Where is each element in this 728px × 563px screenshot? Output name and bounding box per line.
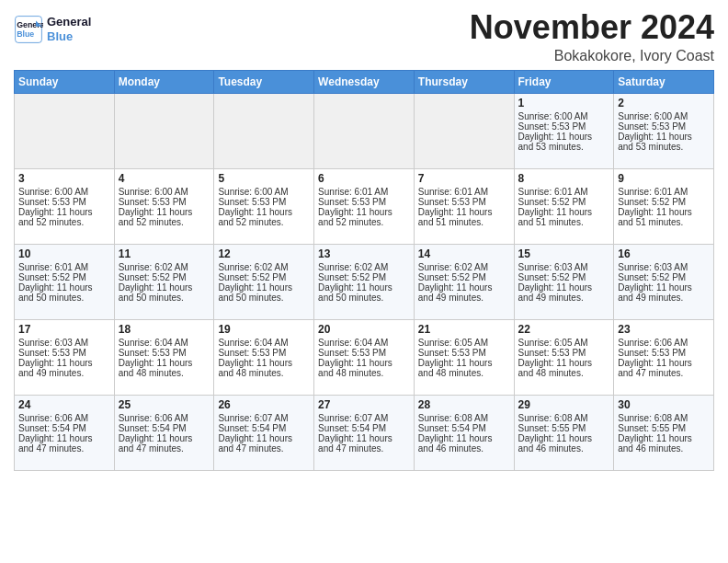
cell-info-line: Sunrise: 6:00 AM	[119, 187, 210, 197]
calendar-cell: 21Sunrise: 6:05 AMSunset: 5:53 PMDayligh…	[414, 319, 514, 395]
day-number: 11	[119, 247, 210, 260]
logo-icon: General Blue	[14, 15, 43, 44]
calendar-cell: 28Sunrise: 6:08 AMSunset: 5:54 PMDayligh…	[414, 395, 514, 470]
cell-info-line: Sunset: 5:54 PM	[418, 423, 510, 433]
cell-info-line: Sunrise: 6:01 AM	[318, 187, 410, 197]
day-number: 23	[618, 323, 710, 336]
header: General Blue General Blue November 2024 …	[14, 9, 714, 64]
cell-info-line: Sunrise: 6:01 AM	[618, 187, 710, 197]
cell-info-line: Sunset: 5:54 PM	[218, 423, 310, 433]
cell-info-line: Sunset: 5:53 PM	[318, 348, 410, 358]
cell-info-line: Sunrise: 6:08 AM	[518, 413, 610, 423]
day-number: 2	[618, 97, 710, 109]
cell-info-line: Daylight: 11 hours	[618, 433, 710, 443]
cell-info-line: Daylight: 11 hours	[318, 207, 410, 217]
cell-info-line: Sunrise: 6:08 AM	[418, 413, 510, 423]
cell-info-line: and 47 minutes.	[18, 443, 110, 454]
cell-info-line: and 52 minutes.	[318, 217, 410, 227]
cell-info-line: Daylight: 11 hours	[218, 433, 310, 443]
day-number: 28	[418, 398, 510, 411]
cell-info-line: and 48 minutes.	[218, 368, 310, 378]
weekday-header-friday: Friday	[514, 70, 614, 93]
cell-info-line: Daylight: 11 hours	[318, 358, 410, 368]
calendar-cell: 26Sunrise: 6:07 AMSunset: 5:54 PMDayligh…	[214, 395, 314, 470]
cell-info-line: Daylight: 11 hours	[518, 132, 610, 142]
cell-info-line: Sunrise: 6:05 AM	[518, 338, 610, 348]
cell-info-line: Sunrise: 6:04 AM	[119, 338, 210, 348]
weekday-header-saturday: Saturday	[614, 70, 714, 93]
cell-info-line: Sunset: 5:53 PM	[218, 348, 310, 358]
cell-info-line: Daylight: 11 hours	[418, 433, 510, 443]
day-number: 1	[518, 97, 610, 109]
cell-info-line: Sunset: 5:53 PM	[518, 121, 610, 132]
day-number: 10	[18, 247, 110, 260]
cell-info-line: Sunrise: 6:00 AM	[218, 187, 310, 197]
cell-info-line: Sunset: 5:53 PM	[418, 348, 510, 358]
cell-info-line: and 53 minutes.	[518, 142, 610, 152]
cell-info-line: and 53 minutes.	[618, 142, 710, 152]
cell-info-line: Sunset: 5:52 PM	[618, 272, 710, 282]
cell-info-line: Sunrise: 6:05 AM	[418, 338, 510, 348]
cell-info-line: Daylight: 11 hours	[518, 282, 610, 293]
cell-info-line: Daylight: 11 hours	[18, 433, 110, 443]
cell-info-line: and 48 minutes.	[418, 368, 510, 378]
cell-info-line: Sunrise: 6:00 AM	[518, 111, 610, 121]
cell-info-line: Sunset: 5:53 PM	[418, 197, 510, 207]
cell-info-line: Sunrise: 6:02 AM	[218, 262, 310, 272]
day-number: 8	[518, 172, 610, 185]
calendar-week-2: 3Sunrise: 6:00 AMSunset: 5:53 PMDaylight…	[15, 168, 714, 244]
cell-info-line: Sunrise: 6:06 AM	[618, 338, 710, 348]
cell-info-line: and 52 minutes.	[18, 217, 110, 227]
cell-info-line: Daylight: 11 hours	[119, 433, 210, 443]
cell-info-line: and 51 minutes.	[518, 217, 610, 227]
cell-info-line: Sunrise: 6:04 AM	[218, 338, 310, 348]
cell-info-line: and 52 minutes.	[218, 217, 310, 227]
cell-info-line: Sunset: 5:52 PM	[418, 272, 510, 282]
calendar-cell: 19Sunrise: 6:04 AMSunset: 5:53 PMDayligh…	[214, 319, 314, 395]
calendar-cell: 12Sunrise: 6:02 AMSunset: 5:52 PMDayligh…	[214, 244, 314, 319]
cell-info-line: Sunset: 5:53 PM	[119, 197, 210, 207]
cell-info-line: Sunset: 5:54 PM	[119, 423, 210, 433]
cell-info-line: Daylight: 11 hours	[518, 207, 610, 217]
day-number: 13	[318, 247, 410, 260]
calendar-cell: 16Sunrise: 6:03 AMSunset: 5:52 PMDayligh…	[614, 244, 714, 319]
weekday-header-wednesday: Wednesday	[314, 70, 415, 93]
cell-info-line: and 49 minutes.	[418, 293, 510, 303]
cell-info-line: Sunset: 5:52 PM	[218, 272, 310, 282]
cell-info-line: Sunset: 5:54 PM	[318, 423, 410, 433]
calendar: SundayMondayTuesdayWednesdayThursdayFrid…	[14, 70, 714, 471]
calendar-cell: 23Sunrise: 6:06 AMSunset: 5:53 PMDayligh…	[614, 319, 714, 395]
calendar-week-5: 24Sunrise: 6:06 AMSunset: 5:54 PMDayligh…	[15, 395, 714, 470]
calendar-cell: 11Sunrise: 6:02 AMSunset: 5:52 PMDayligh…	[114, 244, 214, 319]
calendar-header: SundayMondayTuesdayWednesdayThursdayFrid…	[15, 70, 714, 93]
cell-info-line: Daylight: 11 hours	[318, 282, 410, 293]
weekday-header-sunday: Sunday	[15, 70, 115, 93]
cell-info-line: Sunrise: 6:08 AM	[618, 413, 710, 423]
page: General Blue General Blue November 2024 …	[0, 0, 728, 485]
cell-info-line: Sunset: 5:52 PM	[618, 197, 710, 207]
cell-info-line: Daylight: 11 hours	[618, 132, 710, 142]
weekday-header-thursday: Thursday	[414, 70, 514, 93]
cell-info-line: and 48 minutes.	[318, 368, 410, 378]
calendar-cell: 20Sunrise: 6:04 AMSunset: 5:53 PMDayligh…	[314, 319, 415, 395]
calendar-cell: 7Sunrise: 6:01 AMSunset: 5:53 PMDaylight…	[414, 168, 514, 244]
logo-line2: Blue	[47, 29, 91, 44]
logo: General Blue General Blue	[14, 15, 91, 44]
cell-info-line: Sunset: 5:52 PM	[18, 272, 110, 282]
cell-info-line: Sunrise: 6:03 AM	[518, 262, 610, 272]
day-number: 25	[119, 398, 210, 411]
cell-info-line: Sunset: 5:54 PM	[18, 423, 110, 433]
calendar-cell: 6Sunrise: 6:01 AMSunset: 5:53 PMDaylight…	[314, 168, 415, 244]
day-number: 15	[518, 247, 610, 260]
cell-info-line: and 46 minutes.	[518, 443, 610, 454]
cell-info-line: Sunrise: 6:02 AM	[418, 262, 510, 272]
calendar-cell: 9Sunrise: 6:01 AMSunset: 5:52 PMDaylight…	[614, 168, 714, 244]
cell-info-line: Sunrise: 6:06 AM	[119, 413, 210, 423]
calendar-cell: 27Sunrise: 6:07 AMSunset: 5:54 PMDayligh…	[314, 395, 415, 470]
calendar-cell	[314, 93, 415, 168]
cell-info-line: Sunset: 5:53 PM	[618, 121, 710, 132]
calendar-cell: 4Sunrise: 6:00 AMSunset: 5:53 PMDaylight…	[114, 168, 214, 244]
calendar-cell: 30Sunrise: 6:08 AMSunset: 5:55 PMDayligh…	[614, 395, 714, 470]
calendar-cell: 10Sunrise: 6:01 AMSunset: 5:52 PMDayligh…	[15, 244, 115, 319]
svg-text:Blue: Blue	[17, 29, 34, 39]
